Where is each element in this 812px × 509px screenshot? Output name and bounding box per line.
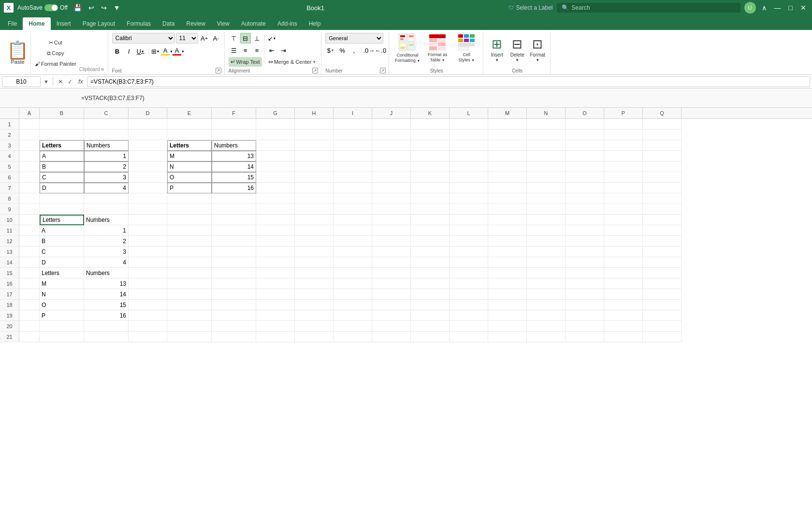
cell-K20[interactable] xyxy=(411,321,450,332)
col-header-m[interactable]: M xyxy=(488,108,527,118)
cell-K6[interactable] xyxy=(411,172,450,183)
cell-D14[interactable] xyxy=(129,257,167,268)
cell-F13[interactable] xyxy=(212,247,256,257)
row-num-2[interactable]: 2 xyxy=(0,130,19,140)
cell-A1[interactable] xyxy=(19,119,40,130)
cell-G3[interactable] xyxy=(256,140,295,151)
row-num-12[interactable]: 12 xyxy=(0,236,19,247)
cell-B19[interactable]: P xyxy=(40,310,84,321)
autosave-toggle[interactable] xyxy=(44,4,58,11)
cell-B5[interactable]: B xyxy=(40,161,84,172)
col-header-c[interactable]: C xyxy=(84,108,129,118)
insert-button[interactable]: ⊞ Insert ▼ xyxy=(487,35,507,64)
cell-O10[interactable] xyxy=(566,215,604,225)
cell-O15[interactable] xyxy=(566,268,604,278)
cell-F1[interactable] xyxy=(212,119,256,130)
cell-B4[interactable]: A xyxy=(40,151,84,161)
cell-B21[interactable] xyxy=(40,332,84,342)
cell-E3[interactable]: Letters xyxy=(167,140,212,151)
cell-Q10[interactable] xyxy=(643,215,682,225)
cell-G11[interactable] xyxy=(256,225,295,236)
cell-P1[interactable] xyxy=(604,119,643,130)
cell-P19[interactable] xyxy=(604,310,643,321)
cell-K4[interactable] xyxy=(411,151,450,161)
cell-P3[interactable] xyxy=(604,140,643,151)
wrap-text-button[interactable]: ↵ Wrap Text xyxy=(229,57,262,67)
cell-F5[interactable]: 14 xyxy=(212,161,256,172)
cell-M6[interactable] xyxy=(488,172,527,183)
cell-M19[interactable] xyxy=(488,310,527,321)
cell-C10[interactable]: Numbers xyxy=(84,215,129,225)
cell-L21[interactable] xyxy=(450,332,488,342)
cell-P17[interactable] xyxy=(604,289,643,300)
cell-A18[interactable] xyxy=(19,300,40,310)
col-header-j[interactable]: J xyxy=(372,108,411,118)
delete-button[interactable]: ⊟ Delete ▼ xyxy=(508,35,527,64)
clipboard-expand-icon[interactable]: ⧉ xyxy=(101,67,104,72)
customize-button[interactable]: ▼ xyxy=(112,3,122,13)
cell-H1[interactable] xyxy=(295,119,334,130)
tab-data[interactable]: Data xyxy=(157,17,180,30)
cell-O1[interactable] xyxy=(566,119,604,130)
cell-A13[interactable] xyxy=(19,247,40,257)
bold-button[interactable]: B xyxy=(112,46,123,57)
cell-D16[interactable] xyxy=(129,278,167,289)
increase-decimal-button[interactable]: .0→ xyxy=(363,45,374,56)
cell-E16[interactable] xyxy=(167,278,212,289)
cell-G6[interactable] xyxy=(256,172,295,183)
cell-A19[interactable] xyxy=(19,310,40,321)
cell-G15[interactable] xyxy=(256,268,295,278)
cell-O2[interactable] xyxy=(566,130,604,140)
cell-E17[interactable] xyxy=(167,289,212,300)
cell-B13[interactable]: C xyxy=(40,247,84,257)
cell-D19[interactable] xyxy=(129,310,167,321)
cell-Q8[interactable] xyxy=(643,193,682,204)
col-header-e[interactable]: E xyxy=(167,108,212,118)
cell-P7[interactable] xyxy=(604,183,643,193)
cell-F16[interactable] xyxy=(212,278,256,289)
cell-P21[interactable] xyxy=(604,332,643,342)
cell-F17[interactable] xyxy=(212,289,256,300)
cell-N18[interactable] xyxy=(527,300,566,310)
cell-L19[interactable] xyxy=(450,310,488,321)
cell-Q12[interactable] xyxy=(643,236,682,247)
cell-G20[interactable] xyxy=(256,321,295,332)
cell-H14[interactable] xyxy=(295,257,334,268)
undo-button[interactable]: ↩ xyxy=(87,3,96,13)
cell-J13[interactable] xyxy=(372,247,411,257)
cell-A17[interactable] xyxy=(19,289,40,300)
cell-H13[interactable] xyxy=(295,247,334,257)
cell-O16[interactable] xyxy=(566,278,604,289)
number-group-expand[interactable]: ↗ xyxy=(380,68,386,73)
cell-F2[interactable] xyxy=(212,130,256,140)
cell-F20[interactable] xyxy=(212,321,256,332)
cell-H10[interactable] xyxy=(295,215,334,225)
row-num-5[interactable]: 5 xyxy=(0,161,19,172)
col-header-p[interactable]: P xyxy=(604,108,643,118)
cell-M2[interactable] xyxy=(488,130,527,140)
cell-O21[interactable] xyxy=(566,332,604,342)
cell-C12[interactable]: 2 xyxy=(84,236,129,247)
cell-Q13[interactable] xyxy=(643,247,682,257)
cell-C18[interactable]: 15 xyxy=(84,300,129,310)
cell-C4[interactable]: 1 xyxy=(84,151,129,161)
cell-G2[interactable] xyxy=(256,130,295,140)
cell-B1[interactable] xyxy=(40,119,84,130)
cell-M3[interactable] xyxy=(488,140,527,151)
cell-E9[interactable] xyxy=(167,204,212,215)
cell-G4[interactable] xyxy=(256,151,295,161)
cell-I14[interactable] xyxy=(334,257,372,268)
cell-I12[interactable] xyxy=(334,236,372,247)
cell-D6[interactable] xyxy=(129,172,167,183)
cell-I10[interactable] xyxy=(334,215,372,225)
conditional-formatting-button[interactable]: ConditionalFormatting ▼ xyxy=(393,35,422,62)
cell-K13[interactable] xyxy=(411,247,450,257)
cell-I6[interactable] xyxy=(334,172,372,183)
cell-Q21[interactable] xyxy=(643,332,682,342)
cell-D18[interactable] xyxy=(129,300,167,310)
cell-B11[interactable]: A xyxy=(40,225,84,236)
cell-D3[interactable] xyxy=(129,140,167,151)
cell-H17[interactable] xyxy=(295,289,334,300)
cell-B15[interactable]: Letters xyxy=(40,268,84,278)
cell-Q1[interactable] xyxy=(643,119,682,130)
